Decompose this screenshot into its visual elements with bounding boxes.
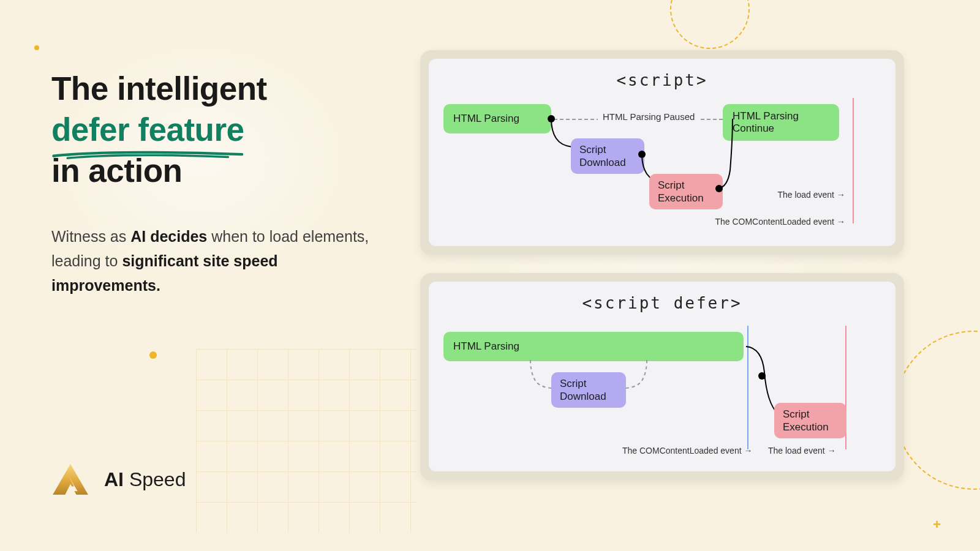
page-title: The intelligent defer feature in action — [51, 69, 382, 191]
note-defer-load: The load event→ — [768, 446, 836, 455]
heading-line-1: The intelligent — [51, 70, 267, 107]
dashed-circle-top — [670, 0, 750, 49]
bg-grid — [196, 349, 417, 533]
gold-dot-1 — [149, 351, 157, 359]
block-defer-html-parsing: HTML Parsing — [443, 332, 744, 361]
label-parsing-paused: HTML Parsing Paused — [598, 111, 699, 122]
arrow-icon: → — [837, 190, 845, 200]
label-defer-script-execution: Script Execution — [783, 408, 838, 434]
node-3 — [715, 185, 723, 192]
panel-script-defer: <script defer> HTML Parsing Script Downl… — [420, 273, 904, 480]
heading-accent-text: defer feature — [51, 111, 244, 148]
note-load-event: The load event→ — [777, 190, 845, 200]
block-html-continue: HTML Parsing Continue — [723, 104, 839, 141]
label-defer-html-parsing: HTML Parsing — [453, 340, 519, 353]
block-defer-script-download: Script Download — [551, 372, 626, 408]
block-script-download: Script Download — [571, 138, 644, 174]
panel-script-timeline: HTML Parsing HTML Parsing Paused HTML Pa… — [441, 100, 883, 229]
subhead-b1: AI decides — [130, 228, 207, 245]
brand-name-rest: Speed — [124, 468, 186, 490]
right-column: <script> HTML Parsing HTML Parsing Pause… — [420, 50, 904, 498]
left-column: The intelligent defer feature in action … — [51, 69, 382, 298]
panel-defer-title: <script defer> — [441, 294, 883, 312]
label-html-continue: HTML Parsing Continue — [733, 110, 829, 135]
label-script-execution: Script Execution — [658, 179, 714, 205]
note-dom-event: The COMContentLoaded event→ — [715, 217, 845, 227]
panel-script-title: <script> — [441, 71, 883, 89]
node-1 — [548, 115, 555, 122]
note-load-text: The load event — [777, 190, 834, 200]
label-script-download: Script Download — [579, 143, 636, 170]
defer-dash-left — [529, 359, 554, 391]
panel-defer-inner: <script defer> HTML Parsing Script Downl… — [429, 282, 895, 471]
note-dom-text: The COMContentLoaded event — [715, 217, 834, 227]
heading-accent: defer feature — [51, 110, 244, 151]
panel-script: <script> HTML Parsing HTML Parsing Pause… — [420, 50, 904, 255]
gold-dot-2 — [34, 45, 39, 50]
note-defer-load-text: The load event — [768, 446, 825, 455]
dashed-circle-right — [894, 331, 980, 490]
label-html-parsing: HTML Parsing — [453, 112, 519, 125]
load-event-line — [853, 98, 854, 223]
arrow-icon: → — [837, 217, 845, 227]
block-defer-script-execution: Script Execution — [774, 403, 846, 438]
brand: AI Speed — [51, 463, 186, 496]
connector-3 — [717, 115, 735, 191]
block-script-execution: Script Execution — [649, 174, 723, 209]
arrow-icon: → — [744, 446, 753, 455]
subheading: Witness as AI decides when to load eleme… — [51, 224, 382, 298]
label-defer-script-download: Script Download — [560, 377, 617, 403]
defer-node — [758, 372, 766, 380]
brand-name: AI Speed — [104, 468, 186, 491]
note-defer-dom: The COMContentLoaded event→ — [622, 446, 753, 455]
block-html-parsing: HTML Parsing — [443, 104, 551, 133]
brand-name-bold: AI — [104, 468, 124, 490]
node-2 — [638, 151, 646, 158]
arrow-icon: → — [827, 446, 836, 455]
brand-logo-icon — [51, 463, 89, 496]
panel-defer-timeline: HTML Parsing Script Download Script Exec… — [441, 323, 883, 454]
subhead-t1: Witness as — [51, 228, 130, 245]
plus-icon: + — [933, 517, 941, 533]
panel-script-inner: <script> HTML Parsing HTML Parsing Pause… — [429, 59, 895, 246]
note-defer-dom-text: The COMContentLoaded event — [622, 446, 742, 455]
defer-dash-right — [625, 359, 649, 391]
underline-icon — [51, 151, 244, 159]
